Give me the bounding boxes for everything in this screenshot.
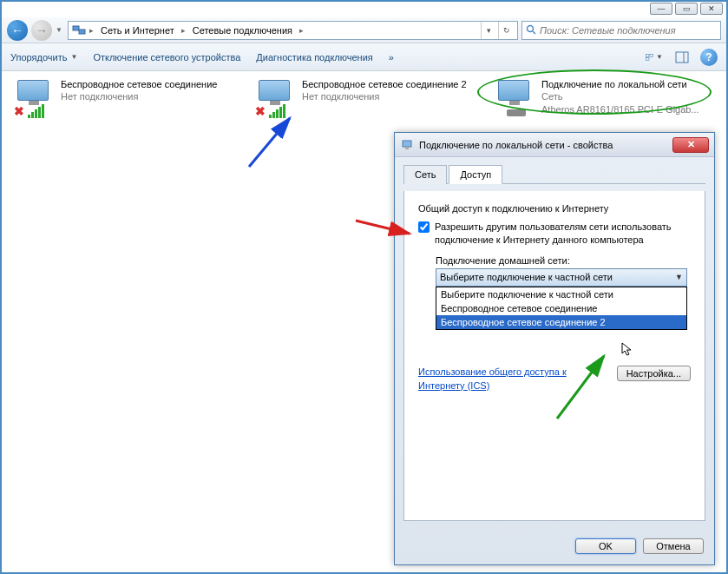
svg-rect-6 (646, 57, 649, 60)
lan-connection-icon (495, 78, 536, 120)
combo-option[interactable]: Беспроводное сетевое соединение (436, 301, 686, 315)
connection-item[interactable]: Подключение по локальной сети Сеть Ather… (493, 76, 718, 122)
svg-line-3 (533, 31, 535, 34)
ok-button[interactable]: OK (575, 538, 636, 554)
breadcrumb-seg-1[interactable]: Сеть и Интернет (97, 23, 178, 37)
back-button[interactable]: ← (7, 20, 28, 41)
connection-status: Сеть (541, 90, 699, 102)
wifi-connection-icon: ✖ (14, 78, 56, 120)
connection-title: Подключение по локальной сети (541, 78, 699, 90)
refresh-button[interactable]: ↻ (498, 22, 514, 39)
help-icon[interactable]: ? (700, 49, 718, 66)
window-titlebar: — ▭ ✕ (2, 2, 726, 17)
groupbox-label: Общий доступ к подключению к Интернету (418, 203, 691, 214)
svg-rect-9 (403, 141, 411, 147)
combo-option[interactable]: Беспроводное сетевое соединение 2 (436, 315, 686, 329)
tab-network[interactable]: Сеть (403, 165, 447, 184)
connection-status: Нет подключения (302, 90, 467, 102)
search-icon (526, 24, 536, 36)
organize-menu[interactable]: Упорядочить ▼ (10, 52, 77, 63)
home-network-combo[interactable]: Выберите подключение к частной сети ▼ (436, 268, 687, 287)
disable-device-button[interactable]: Отключение сетевого устройства (93, 52, 240, 63)
cursor-icon (621, 342, 633, 358)
connection-title: Беспроводное сетевое соединение 2 (302, 78, 467, 90)
dialog-close-button[interactable]: ✕ (672, 137, 709, 153)
connection-item[interactable]: ✖ Беспроводное сетевое соединение Нет по… (12, 76, 238, 122)
search-input[interactable] (540, 25, 717, 36)
network-icon (400, 138, 414, 152)
breadcrumb-sep: ▸ (180, 26, 187, 35)
svg-point-2 (528, 25, 534, 31)
address-bar[interactable]: ▸ Сеть и Интернет ▸ Сетевые подключения … (68, 21, 518, 40)
connection-title: Беспроводное сетевое соединение (61, 78, 217, 90)
navigation-bar: ← → ▼ ▸ Сеть и Интернет ▸ Сетевые подклю… (2, 17, 726, 43)
svg-rect-1 (79, 30, 85, 34)
preview-pane-icon[interactable] (672, 49, 692, 66)
connection-adapter: Atheros AR8161/8165 PCI-E Gigab... (541, 103, 699, 115)
combo-dropdown-list: Выберите подключение к частной сети Бесп… (436, 287, 687, 330)
search-box[interactable] (521, 21, 721, 40)
command-bar: Упорядочить ▼ Отключение сетевого устрой… (2, 43, 726, 71)
tab-strip: Сеть Доступ (403, 164, 705, 184)
svg-rect-10 (405, 147, 409, 149)
breadcrumb-sep: ▸ (88, 26, 95, 35)
svg-rect-5 (650, 54, 653, 56)
allow-sharing-label: Разрешить другим пользователям сети испо… (435, 221, 691, 247)
forward-button[interactable]: → (31, 20, 52, 41)
diagnose-button[interactable]: Диагностика подключения (256, 52, 372, 63)
properties-dialog: Подключение по локальной сети - свойства… (394, 132, 715, 565)
svg-line-11 (249, 118, 290, 167)
breadcrumb-seg-2[interactable]: Сетевые подключения (189, 23, 296, 37)
connection-status: Нет подключения (61, 90, 217, 102)
dialog-title: Подключение по локальной сети - свойства (419, 140, 667, 150)
svg-rect-0 (73, 26, 79, 30)
address-dropdown[interactable]: ▾ (481, 22, 496, 39)
combo-selected-text: Выберите подключение к частной сети (440, 272, 613, 282)
combo-option[interactable]: Выберите подключение к частной сети (436, 287, 686, 301)
minimize-button[interactable]: — (650, 3, 672, 15)
network-icon (72, 23, 86, 37)
home-network-label: Подключение домашней сети: (436, 255, 691, 266)
more-commands[interactable]: » (389, 52, 394, 63)
svg-rect-7 (676, 52, 688, 63)
tab-sharing[interactable]: Доступ (449, 165, 502, 184)
allow-sharing-checkbox[interactable] (418, 221, 430, 233)
connection-item[interactable]: ✖ Беспроводное сетевое соединение 2 Нет … (253, 76, 479, 122)
close-button[interactable]: ✕ (700, 3, 723, 15)
maximize-button[interactable]: ▭ (675, 3, 698, 15)
chevron-down-icon: ▼ (675, 273, 683, 281)
history-dropdown[interactable]: ▼ (56, 26, 64, 34)
svg-rect-4 (646, 54, 649, 56)
tab-panel-sharing: Общий доступ к подключению к Интернету Р… (403, 191, 705, 521)
breadcrumb-sep: ▸ (298, 26, 305, 35)
settings-button[interactable]: Настройка... (617, 366, 691, 381)
dialog-titlebar[interactable]: Подключение по локальной сети - свойства… (395, 133, 714, 157)
wifi-connection-icon: ✖ (255, 78, 297, 120)
cancel-button[interactable]: Отмена (643, 538, 704, 554)
content-area: ✖ Беспроводное сетевое соединение Нет по… (2, 71, 726, 571)
view-options-icon[interactable]: ▼ (645, 49, 664, 66)
ics-help-link[interactable]: Использование общего доступа к Интернету… (418, 366, 583, 393)
